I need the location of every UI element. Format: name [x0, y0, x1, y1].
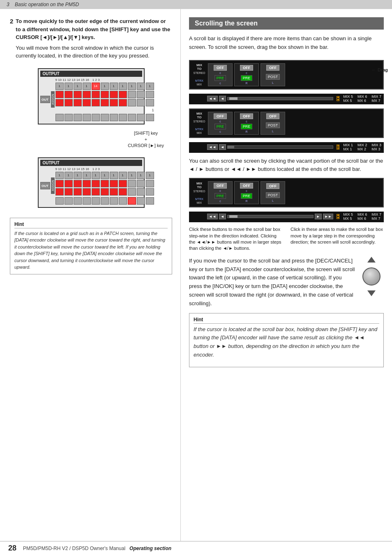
- mix-label-1: MIX 1MX 1: [343, 143, 353, 151]
- mix-label-5b: MIX 5MX 5: [343, 212, 353, 221]
- footer: 28 PM5D/PM5D-RH V2 / DSP5D Owner's Manua…: [0, 541, 392, 555]
- scroll-l-3[interactable]: ◄: [219, 214, 226, 219]
- right-column: Scrolling the screen A scroll bar is dis…: [181, 9, 392, 541]
- caption-right: Click in these areas to make the scroll …: [291, 226, 384, 252]
- step-sub-text: You will move from the scroll window in …: [16, 44, 172, 60]
- scrollbar-2: ◄◄ ◄ 🎛 MIX 1MX 1 MIX 2MX 2 MIX 3MX 3: [189, 142, 384, 153]
- mp-left-1: MIXTO STEREO MTRX MIX: [192, 63, 206, 86]
- mix-icon-2: 🎛: [335, 144, 341, 150]
- mp-cell-5: OFF c PRE R: [234, 112, 259, 135]
- panel1-numbers: 9 10 11 12 13 14 15 16: [55, 78, 89, 82]
- mix-label-7b: MIX 7MX 7: [371, 212, 381, 221]
- output-title-1: OUTPUT: [40, 71, 142, 77]
- page-container: 3 Basic operation on the PM5D 2 To move …: [0, 0, 392, 555]
- mix-icon-1: 🎛: [335, 95, 341, 102]
- intro-text: A scroll bar is displayed if there are m…: [189, 35, 384, 52]
- output-title-2: OUTPUT: [40, 160, 142, 166]
- grid-row-2: [55, 91, 154, 98]
- footer-page-number: 28: [8, 544, 16, 553]
- panel2-numbers: 9 10 11 12 13 14 15 16: [55, 167, 89, 171]
- output-row-1: OUT ASSIGN 9 10 11 12 13 14 15 16 1 2 3 …: [40, 78, 142, 121]
- mix-label-2: MIX 2MX 2: [357, 143, 367, 151]
- mixer-panel-1: MIXTO STEREO MTRX MIX OFF c PRE c: [189, 60, 384, 90]
- mp-left-3: MIXTO STEREO MTRX MIX: [192, 182, 206, 204]
- mix-label-5: MIX 5MX 5: [343, 94, 353, 103]
- scroll-indicator-1[interactable]: [227, 97, 334, 100]
- output-panel-2-wrapper: OUTPUT OUT ASSIGN 9 10 11 12 13 14 15 16…: [10, 153, 172, 212]
- scroll-left-2[interactable]: ◄: [219, 144, 226, 150]
- grid-row-3: [55, 99, 154, 106]
- section-heading: Scrolling the screen: [189, 17, 384, 30]
- encoder-up-arrow: [367, 257, 376, 263]
- out-label-2: OUT: [40, 182, 50, 189]
- panel1-extra: 1 2 3: [92, 78, 100, 82]
- encoder-container: [359, 257, 384, 296]
- hint-box-right: Hint If the cursor is located at the scr…: [189, 313, 384, 367]
- scroll-ll-3[interactable]: ◄◄: [207, 214, 218, 219]
- hint-box-left: Hint If the cursor is located on a grid …: [10, 218, 172, 274]
- scroll-encoder-section: If you move the cursor to the scroll bar…: [189, 257, 384, 308]
- scroll-thumb-3[interactable]: [229, 215, 238, 218]
- caption-row: Click these buttons to move the scroll b…: [189, 226, 384, 252]
- scroll-desc: You can also scroll the screen by clicki…: [189, 157, 384, 174]
- footer-manual-text: PM5D/PM5D-RH V2 / DSP5D Owner's Manual O…: [23, 546, 171, 551]
- output-panel-1-wrapper: OUTPUT OUT ASSIGN 9 10 11 12 13 14 15 16…: [10, 64, 172, 129]
- mixer-panel-2: MIXTO STEREO MTRX MIX OFF c PRE c OFF: [189, 108, 384, 138]
- scroll-r-3[interactable]: ►: [315, 214, 322, 219]
- mixer-panel-1-container: MIXTO STEREO MTRX MIX OFF c PRE c: [189, 56, 384, 104]
- grid-row-4: [55, 114, 154, 121]
- output-panel-2: OUTPUT OUT ASSIGN 9 10 11 12 13 14 15 16…: [38, 157, 145, 208]
- step-content: To move quickly to the outer edge of the…: [16, 17, 172, 60]
- grid2-row-2: [55, 180, 154, 187]
- output-row-2: OUT ASSIGN 9 10 11 12 13 14 15 16 1 2 3 …: [40, 167, 142, 205]
- hint-title-left: Hint: [14, 221, 168, 228]
- left-column: 2 To move quickly to the outer edge of t…: [0, 9, 181, 541]
- scrollbar-3: ◄◄ ◄ ► ►► 🎛 MIX 5MX 5 MIX 6MX 6 MIX 7MX …: [189, 212, 384, 222]
- numbers-row-2: 9 10 11 12 13 14 15 16 1 2 3: [55, 167, 154, 171]
- scroll-left-left[interactable]: ◄◄: [207, 96, 218, 101]
- chapter-number: 3: [7, 2, 9, 7]
- mp-cell-4: OFF c PRE c: [208, 112, 233, 135]
- scroll-thumb-1[interactable]: [229, 97, 238, 100]
- mp-cell-3: OFF POST L: [261, 63, 285, 86]
- grid-row-1: 1 1 1 1 14 1 1 1 1 1 1: [55, 83, 154, 90]
- drag-arrow-symbol: ←: [371, 67, 376, 72]
- scroll-indicator-3[interactable]: [227, 215, 314, 218]
- output-panel-1: OUTPUT OUT ASSIGN 9 10 11 12 13 14 15 16…: [38, 68, 145, 124]
- mp-cell-6: OFF POST L: [261, 112, 285, 135]
- grid2-row-4: [55, 197, 154, 205]
- encoder-down-arrow: [367, 290, 376, 296]
- hint-text-left: If the cursor is located on a grid such …: [14, 230, 168, 271]
- caption-left: Click these buttons to move the scroll b…: [189, 226, 282, 252]
- scroll-left[interactable]: ◄: [219, 96, 226, 101]
- mixer-panel-3: MIXTO STEREO MTRX MIX OFF c PRE c OFF: [189, 178, 384, 207]
- mp-cell-2: OFF c PRE R: [234, 63, 259, 86]
- scroll-left-left-2[interactable]: ◄◄: [207, 144, 218, 150]
- chapter-title: Basic operation on the PM5D: [15, 2, 79, 7]
- scrollbar-1: ◄◄ ◄ 🎛 MIX 5MX 5 MIX 6MX 6 MIX 7MX 7: [189, 94, 384, 104]
- out-label: OUT: [40, 96, 50, 103]
- numbers-row: 9 10 11 12 13 14 15 16 1 2 3: [55, 78, 154, 82]
- scroll-indicator-2[interactable]: [227, 145, 334, 149]
- grid2-row-1: 1 1 1 1 1 1 1 1 1 1 1: [55, 172, 154, 179]
- encoder-with-arrows: [359, 257, 384, 296]
- mixer-panel-3-container: MIXTO STEREO MTRX MIX OFF c PRE c OFF: [189, 178, 384, 222]
- mix-label-3: MIX 3MX 3: [371, 143, 381, 151]
- hint-text-right: If the cursor is located at the scroll b…: [194, 325, 379, 359]
- mix-label-6b: MIX 6MX 6: [357, 212, 367, 221]
- scroll-encoder-text: If you move the cursor to the scroll bar…: [189, 257, 355, 308]
- encoder-knob: [362, 267, 380, 286]
- grid-container: 9 10 11 12 13 14 15 16 1 2 3 1 1 1 1 14 …: [55, 78, 154, 121]
- mp-cell-1: OFF c PRE c: [208, 63, 233, 86]
- step-number: 2: [10, 18, 13, 25]
- scroll-thumb-2[interactable]: [228, 146, 234, 148]
- drag-label: ← Drag: [371, 67, 388, 72]
- shift-key-label: [SHIFT] key + CURSOR [►] key: [128, 130, 164, 149]
- grid-extra-number: 1: [55, 108, 154, 112]
- mp-left-2: MIXTO STEREO MTRX MIX: [192, 112, 206, 134]
- assign-label: ASSIGN: [51, 91, 55, 108]
- shift-cursor-label: [SHIFT] key + CURSOR [►] key: [10, 130, 164, 149]
- grid-container-2: 9 10 11 12 13 14 15 16 1 2 3 1 1 1 1 1 1: [55, 167, 154, 205]
- scroll-rr-3[interactable]: ►►: [323, 214, 334, 219]
- header-bar: 3 Basic operation on the PM5D: [0, 0, 392, 9]
